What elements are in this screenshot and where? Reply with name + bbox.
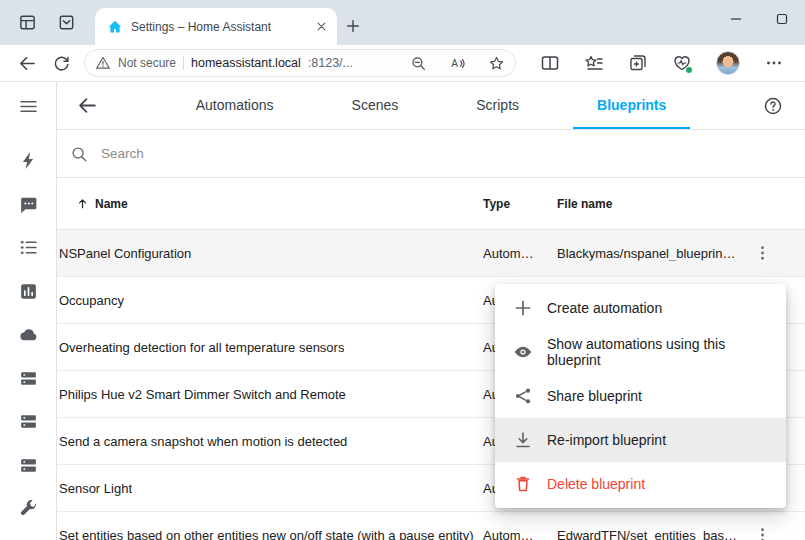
- tab-title: Settings – Home Assistant: [131, 20, 306, 34]
- menu-icon: [18, 96, 39, 117]
- tab-close-icon[interactable]: [314, 19, 329, 34]
- row-type: Autom…: [483, 528, 534, 540]
- browser-tab[interactable]: Settings – Home Assistant: [95, 8, 337, 45]
- favorite-star-icon[interactable]: [488, 55, 505, 72]
- tab-actions-icon[interactable]: [57, 13, 76, 32]
- help-icon[interactable]: [763, 96, 783, 116]
- hub-icon: [18, 455, 39, 476]
- refresh-button[interactable]: [44, 48, 78, 78]
- tab-automations[interactable]: Automations: [172, 82, 298, 129]
- sidebar-item-hub-3[interactable]: [18, 444, 39, 488]
- ha-toolbar: Automations Scenes Scripts Blueprints: [57, 82, 805, 130]
- row-type: Autom…: [483, 246, 534, 261]
- table-row[interactable]: NSPanel Configuration Autom… Blackymas/n…: [57, 230, 805, 277]
- sidebar-item-hub-2[interactable]: [18, 400, 39, 444]
- split-screen-icon[interactable]: [540, 53, 560, 73]
- url-suffix: :8123/...: [308, 56, 353, 70]
- new-tab-icon[interactable]: [344, 17, 362, 35]
- favorites-icon[interactable]: [584, 53, 604, 73]
- maximize-button[interactable]: [759, 0, 805, 38]
- tab-label: Scripts: [476, 97, 519, 113]
- tab-blueprints[interactable]: Blueprints: [573, 82, 690, 129]
- trash-icon: [513, 474, 533, 494]
- svg-text:A: A: [451, 58, 458, 69]
- tab-scripts[interactable]: Scripts: [452, 82, 543, 129]
- tab-scenes[interactable]: Scenes: [328, 82, 423, 129]
- back-button[interactable]: [10, 48, 44, 78]
- url-host: homeassistant.local: [191, 56, 301, 70]
- list-icon: [18, 237, 39, 258]
- ha-tab-bar: Automations Scenes Scripts Blueprints: [57, 82, 805, 129]
- window-controls: [713, 0, 805, 38]
- ha-sidebar: [0, 82, 57, 540]
- menu-item-reimport-blueprint[interactable]: Re-import blueprint: [495, 418, 786, 462]
- screen: { "colors": { "accent": "#03a9f4", "dang…: [0, 0, 805, 540]
- menu-item-label: Delete blueprint: [547, 476, 645, 492]
- wrench-icon: [18, 498, 39, 519]
- menu-item-label: Create automation: [547, 300, 662, 316]
- menu-item-show-automations[interactable]: Show automations using this blueprint: [495, 330, 786, 374]
- row-name: Philips Hue v2 Smart Dimmer Switch and R…: [57, 387, 346, 402]
- table-row[interactable]: Set entities based on other entities new…: [57, 512, 805, 540]
- column-header-file[interactable]: File name: [557, 197, 612, 211]
- table-header: Name Type File name: [57, 178, 805, 230]
- address-bar-icons: A: [410, 55, 505, 72]
- minimize-icon: [730, 13, 742, 25]
- search-input[interactable]: [101, 146, 805, 161]
- titlebar-left-icons: [18, 0, 76, 45]
- row-overflow-menu-icon[interactable]: [753, 526, 772, 540]
- column-header-type[interactable]: Type: [483, 197, 510, 211]
- row-name: Occupancy: [57, 293, 124, 308]
- sidebar-item-developer-tools[interactable]: [18, 487, 39, 531]
- chat-icon: [18, 194, 39, 215]
- warning-icon: [95, 55, 111, 71]
- browser-essentials-button[interactable]: [672, 53, 692, 73]
- restore-icon: [776, 13, 788, 25]
- row-name: Sensor Light: [57, 481, 132, 496]
- refresh-icon: [52, 54, 71, 73]
- sidebar-item-energy[interactable]: [18, 139, 39, 183]
- back-icon: [18, 54, 37, 73]
- read-aloud-icon[interactable]: A: [449, 55, 466, 72]
- menu-item-label: Re-import blueprint: [547, 432, 666, 448]
- essentials-status-dot: [685, 66, 693, 74]
- minimize-button[interactable]: [713, 0, 759, 38]
- sidebar-item-hub-1[interactable]: [18, 357, 39, 401]
- menu-item-delete-blueprint[interactable]: Delete blueprint: [495, 462, 786, 506]
- menu-item-create-automation[interactable]: Create automation: [495, 286, 786, 330]
- row-file: Blackymas/nspanel_blueprin…: [557, 246, 735, 261]
- address-divider: [183, 56, 184, 70]
- browser-titlebar: Settings – Home Assistant: [0, 0, 805, 45]
- sidebar-item-cloud[interactable]: [18, 313, 39, 357]
- zoom-out-icon[interactable]: [410, 55, 427, 72]
- menu-item-share-blueprint[interactable]: Share blueprint: [495, 374, 786, 418]
- chart-icon: [18, 281, 39, 302]
- hub-icon: [18, 368, 39, 389]
- browser-navbar: Not secure homeassistant.local:8123/... …: [0, 45, 805, 82]
- address-bar[interactable]: Not secure homeassistant.local:8123/... …: [84, 49, 516, 77]
- ha-back-icon[interactable]: [77, 95, 98, 116]
- collections-icon[interactable]: [628, 53, 648, 73]
- sidebar-menu-button[interactable]: [18, 82, 39, 131]
- sidebar-item-logbook[interactable]: [18, 226, 39, 270]
- row-file: EdwardTFN/set_entities_bas…: [557, 528, 737, 540]
- column-header-name[interactable]: Name: [57, 197, 128, 211]
- profile-avatar[interactable]: [716, 51, 740, 75]
- eye-icon: [513, 342, 533, 362]
- row-name: Overheating detection for all temperatur…: [57, 340, 344, 355]
- workspaces-icon[interactable]: [18, 13, 37, 32]
- cloud-icon: [18, 324, 39, 345]
- tab-label: Automations: [196, 97, 274, 113]
- menu-item-label: Show automations using this blueprint: [547, 336, 774, 368]
- sidebar-item-assist[interactable]: [18, 183, 39, 227]
- search-icon: [70, 145, 88, 163]
- more-icon[interactable]: [764, 53, 784, 73]
- tab-label: Blueprints: [597, 97, 666, 113]
- download-icon: [513, 430, 533, 450]
- blueprint-context-menu: Create automation Show automations using…: [495, 284, 786, 508]
- column-label-name: Name: [95, 197, 128, 211]
- home-assistant-favicon: [107, 19, 123, 35]
- sidebar-item-history[interactable]: [18, 270, 39, 314]
- row-overflow-menu-icon[interactable]: [753, 244, 772, 263]
- hub-icon: [18, 411, 39, 432]
